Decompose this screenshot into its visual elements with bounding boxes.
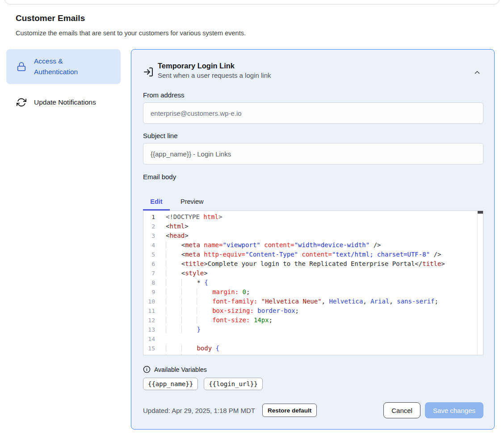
panel-title: Temporary Login Link xyxy=(158,62,271,70)
code-line: <html> xyxy=(166,222,483,231)
code-line: <style> xyxy=(166,269,483,278)
editor-scrollbar[interactable] xyxy=(477,211,483,355)
editor-tabs: Edit Preview xyxy=(143,192,483,211)
from-address-input[interactable] xyxy=(143,102,483,124)
panel-header-text: Temporary Login Link Sent when a user re… xyxy=(158,62,271,79)
sidebar-item-label: Access & Authentication xyxy=(34,56,101,77)
code-editor[interactable]: 12345678910111213141516 <!DOCTYPE html><… xyxy=(143,211,483,355)
subject-line-input[interactable] xyxy=(143,143,483,164)
code-line: margin: 0; xyxy=(166,287,483,297)
line-number: 13 xyxy=(143,325,166,334)
lock-icon xyxy=(16,61,27,72)
line-number: 15 xyxy=(143,344,166,353)
editor-gutter: 12345678910111213141516 xyxy=(143,211,166,355)
sidebar: Access & Authentication Update Notificat… xyxy=(6,49,121,110)
panel-header: Temporary Login Link Sent when a user re… xyxy=(143,62,483,79)
code-line: <!DOCTYPE html> xyxy=(166,212,483,222)
updated-timestamp: Updated: Apr 29, 2025, 1:18 PM MDT xyxy=(143,407,255,414)
sidebar-item-update-notifications[interactable]: Update Notifications xyxy=(6,95,121,110)
code-line: <meta http-equiv="Content-Type" content=… xyxy=(166,250,483,259)
code-line: font-size: 14px; xyxy=(166,316,483,325)
line-number: 10 xyxy=(143,297,166,306)
variable-chip[interactable]: {{app_name}} xyxy=(143,378,198,390)
tab-edit[interactable]: Edit xyxy=(143,192,170,211)
collapse-button[interactable] xyxy=(473,68,482,77)
line-number: 8 xyxy=(143,278,166,287)
panel-footer: Updated: Apr 29, 2025, 1:18 PM MDT Resto… xyxy=(143,402,483,418)
save-changes-button[interactable]: Save changes xyxy=(425,402,483,418)
tab-preview[interactable]: Preview xyxy=(170,192,214,211)
line-number: 7 xyxy=(143,269,166,278)
line-number: 4 xyxy=(143,240,166,250)
code-line xyxy=(166,334,483,344)
line-number: 12 xyxy=(143,316,166,325)
line-number: 5 xyxy=(143,250,166,259)
chevron-up-icon xyxy=(473,68,482,76)
variable-chips: {{app_name}}{{login_url}} xyxy=(143,378,483,390)
email-body-label: Email body xyxy=(143,173,483,181)
line-number: 6 xyxy=(143,259,166,269)
code-line: background-color: #f6f6f6; xyxy=(166,353,483,355)
variable-chip[interactable]: {{login_url}} xyxy=(204,378,263,390)
info-icon xyxy=(143,366,151,373)
code-line: body { xyxy=(166,344,483,353)
email-settings-panel: Temporary Login Link Sent when a user re… xyxy=(131,49,495,430)
code-line: } xyxy=(166,325,483,334)
code-line: box-sizing: border-box; xyxy=(166,306,483,316)
code-line: font-family: "Helvetica Neue", Helvetica… xyxy=(166,297,483,306)
available-variables-label: Available Variables xyxy=(154,366,207,373)
code-line: <head> xyxy=(166,231,483,240)
line-number: 16 xyxy=(143,353,166,355)
scrollbar-thumb[interactable] xyxy=(478,211,483,214)
page-title: Customer Emails xyxy=(16,13,85,23)
code-line: <title>Complete your login to the Replic… xyxy=(166,259,483,269)
refresh-icon xyxy=(16,97,27,108)
code-line: * { xyxy=(166,278,483,287)
available-variables-row: Available Variables xyxy=(143,366,483,373)
subject-line-label: Subject line xyxy=(143,132,483,139)
line-number: 11 xyxy=(143,306,166,316)
line-number: 3 xyxy=(143,231,166,240)
line-number: 14 xyxy=(143,334,166,344)
customer-emails-page: Customer Emails Customize the emails tha… xyxy=(0,0,504,438)
cancel-button[interactable]: Cancel xyxy=(383,402,420,418)
editor-code[interactable]: <!DOCTYPE html><html><head> <meta name="… xyxy=(166,211,483,355)
panel-subtitle: Sent when a user requests a login link xyxy=(158,72,271,79)
from-address-label: From address xyxy=(143,91,483,99)
previous-card-edge xyxy=(4,0,500,4)
sidebar-item-label: Update Notifications xyxy=(34,97,96,108)
sidebar-item-access-authentication[interactable]: Access & Authentication xyxy=(6,49,121,84)
restore-default-button[interactable]: Restore default xyxy=(262,404,317,417)
line-number: 9 xyxy=(143,287,166,297)
line-number: 1 xyxy=(143,212,166,222)
login-icon xyxy=(143,67,154,77)
page-subtitle: Customize the emails that are sent to yo… xyxy=(16,29,246,37)
line-number: 2 xyxy=(143,222,166,231)
code-line: <meta name="viewport" content="width=dev… xyxy=(166,240,483,250)
